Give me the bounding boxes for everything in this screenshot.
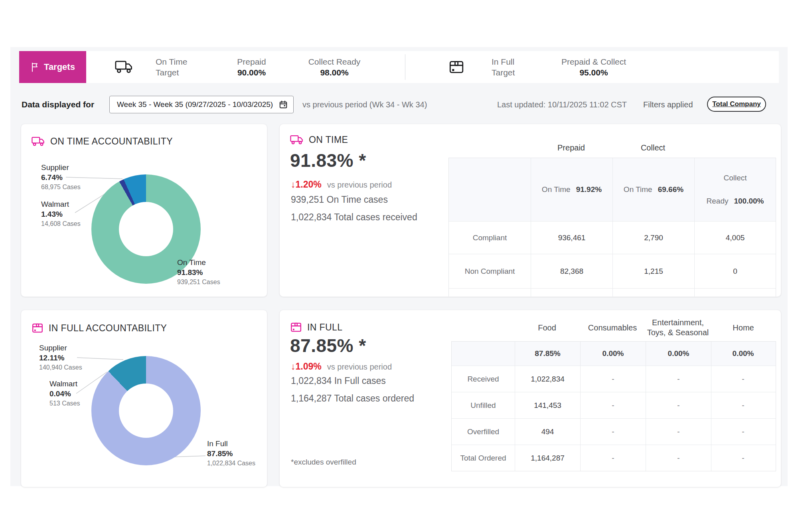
food-rate: 87.85%: [515, 342, 580, 366]
collect-ready-target-metric: Collect Ready 98.00%: [298, 56, 370, 78]
on-time-slice-label: On Time 91.83% 939,251 Cases: [177, 257, 220, 287]
received-home: -: [711, 366, 775, 392]
in-full-delta-note: vs previous period: [327, 362, 392, 372]
total-ordered-row: Total Ordered 1,164,287 - - -: [452, 445, 776, 471]
unfilled-food: 141,453: [515, 392, 580, 418]
vs-previous-period-label: vs previous period (Wk 34 - Wk 34): [302, 100, 427, 109]
prepaid-target-value: 90.00%: [223, 67, 280, 78]
rate-row: On Time 91.92% On Time 69.66% Collect Re…: [449, 158, 776, 221]
received-food: 1,022,834: [515, 366, 580, 392]
collect-column-header: Collect: [612, 143, 694, 152]
in-full-slice-label: In Full 87.85% 1,022,834 Cases: [207, 439, 255, 468]
truck-icon: [32, 136, 45, 147]
in-full-breakdown-table: 87.85% 0.00% 0.00% 0.00% Received 1,022,…: [451, 341, 776, 471]
overfilled-consumables: -: [580, 419, 646, 445]
total-cases-received-stat: 1,022,834 Total cases received: [291, 212, 417, 223]
in-full-headline-pct: 87.85% *: [290, 335, 366, 356]
in-full-card: IN FULL 87.85% * ↓1.09% vs previous peri…: [279, 310, 781, 487]
collect-ready-target-label: Collect Ready: [298, 56, 370, 67]
overfilled-entertainment: -: [646, 419, 711, 445]
date-range-selector[interactable]: Week 35 - Week 35 (09/27/2025 - 10/03/20…: [109, 96, 294, 113]
data-displayed-label: Data displayed for: [22, 100, 94, 109]
unfilled-entertainment: -: [646, 392, 711, 418]
targets-toolbar: Targets On Time Target Prepaid 90.00% Co…: [19, 51, 779, 83]
food-column-header: Food: [514, 316, 580, 339]
unfilled-row: Unfilled 141,453 - - -: [452, 392, 776, 418]
collect-rate-cell: On Time 69.66%: [612, 158, 694, 221]
empty-cell: [452, 342, 515, 366]
unfilled-consumables: -: [580, 392, 646, 418]
filters-applied-label: Filters applied: [643, 100, 693, 109]
on-time-delta-value: ↓1.20%: [291, 179, 322, 190]
package-icon: [32, 322, 43, 334]
overfilled-food: 494: [515, 419, 580, 445]
overfilled-row: Overfilled 494 - - -: [452, 418, 776, 445]
toolbar-divider: [405, 54, 405, 80]
collect-ready-rate-cell: Collect Ready 100.00%: [694, 158, 776, 221]
on-time-delta-row: ↓1.20% vs previous period: [291, 179, 392, 190]
consumables-rate: 0.00%: [580, 342, 646, 366]
on-time-breakdown-table: On Time 91.92% On Time 69.66% Collect Re…: [448, 158, 776, 297]
compliant-prepaid-value: 936,461: [531, 222, 612, 254]
truck-icon: [290, 134, 304, 145]
home-rate: 0.00%: [711, 342, 775, 366]
prepaid-collect-target-metric: Prepaid & Collect 95.00%: [550, 56, 638, 78]
targets-button-label: Targets: [44, 62, 75, 72]
compliant-collect-ready-value: 4,005: [694, 222, 776, 254]
in-full-accountability-card: IN FULL ACCOUNTABILITY Supplier 12.11% 1…: [21, 310, 267, 487]
rate-row: 87.85% 0.00% 0.00% 0.00%: [452, 342, 776, 366]
row-label: Compliant: [449, 222, 531, 254]
received-consumables: -: [580, 366, 646, 392]
total-ordered-food: 1,164,287: [515, 445, 580, 471]
non-compliant-collect-ready-value: 0: [694, 254, 776, 288]
walmart-slice-label: Walmart 0.04% 513 Cases: [49, 379, 80, 408]
non-compliant-row: Non Compliant 82,368 1,215 0: [449, 254, 776, 288]
received-entertainment: -: [646, 366, 711, 392]
flag-icon: [30, 62, 39, 72]
on-time-accountability-title: ON TIME ACCOUNTABILITY: [32, 136, 173, 147]
total-ordered-entertainment: -: [646, 445, 711, 471]
row-label: Unfilled: [452, 392, 515, 418]
row-label: Total Ordered: [452, 445, 515, 471]
supplier-slice-label: Supplier 12.11% 140,940 Cases: [39, 343, 82, 372]
in-full-title: IN FULL: [290, 321, 342, 333]
total-ordered-home: -: [711, 445, 775, 471]
on-time-cases-stat: 939,251 On Time cases: [291, 194, 388, 205]
in-full-delta-value: ↓1.09%: [291, 361, 322, 372]
home-column-header: Home: [711, 316, 776, 339]
prepaid-target-metric: Prepaid 90.00%: [223, 56, 280, 78]
total-company-chip[interactable]: Total Company: [707, 97, 766, 112]
entertainment-toys-seasonal-column-header: Entertainment, Toys, & Seasonal: [645, 316, 711, 339]
total-company-chip-label: Total Company: [712, 100, 761, 108]
clipped-row: [449, 288, 776, 297]
in-full-delta-row: ↓1.09% vs previous period: [291, 361, 392, 372]
row-label: Overfilled: [452, 419, 515, 445]
donut-hole: [119, 202, 173, 256]
excludes-overfilled-footnote: *excludes overfilled: [291, 458, 356, 467]
walmart-slice-label: Walmart 1.43% 14,608 Cases: [41, 199, 81, 228]
total-ordered-consumables: -: [580, 445, 646, 471]
compliant-collect-value: 2,790: [612, 222, 694, 254]
calendar-icon[interactable]: [279, 100, 288, 109]
prepaid-target-label: Prepaid: [223, 56, 280, 67]
prepaid-collect-target-label: Prepaid & Collect: [550, 56, 638, 67]
unfilled-home: -: [711, 392, 775, 418]
row-label: Non Compliant: [449, 254, 531, 288]
package-icon: [448, 59, 464, 75]
total-cases-ordered-stat: 1,164,287 Total cases ordered: [291, 393, 414, 404]
non-compliant-collect-value: 1,215: [612, 254, 694, 288]
in-full-target-label: In Full Target: [492, 56, 515, 78]
targets-button[interactable]: Targets: [19, 51, 86, 83]
in-full-accountability-title: IN FULL ACCOUNTABILITY: [32, 322, 167, 334]
on-time-card: ON TIME 91.83% * ↓1.20% vs previous peri…: [279, 124, 781, 297]
overfilled-home: -: [711, 419, 775, 445]
entertainment-rate: 0.00%: [646, 342, 711, 366]
on-time-headline-pct: 91.83% *: [290, 150, 366, 171]
consumables-column-header: Consumables: [580, 316, 645, 339]
in-full-donut-chart[interactable]: [91, 356, 201, 465]
on-time-target-label: On Time Target: [156, 56, 187, 78]
on-time-delta-note: vs previous period: [327, 180, 392, 190]
in-full-cases-stat: 1,022,834 In Full cases: [291, 376, 386, 386]
last-updated-label: Last updated: 10/11/2025 11:02 CST: [497, 100, 627, 109]
non-compliant-prepaid-value: 82,368: [531, 254, 612, 288]
